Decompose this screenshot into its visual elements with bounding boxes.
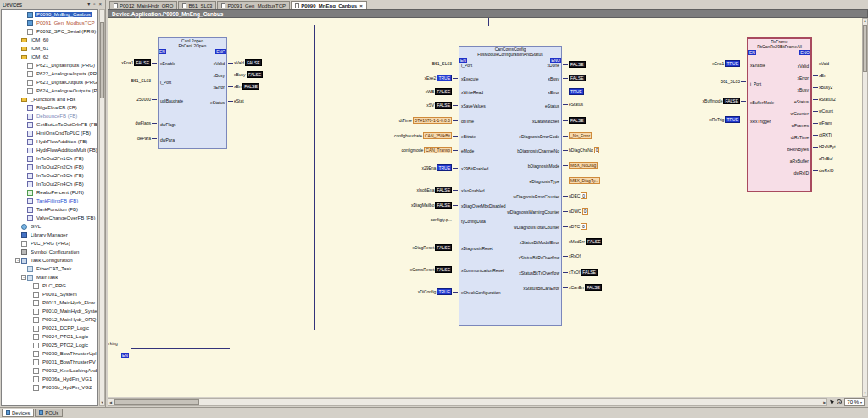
hscroll-track[interactable] [113,399,822,405]
tree-item-symbol-configuration[interactable]: Symbol Configuration [2,248,97,256]
tree-scrollbar-thumb[interactable] [100,22,104,98]
statusbar-tab-pous[interactable]: POUs [35,409,63,417]
tab-b61-sl03[interactable]: B61_SL03 [178,1,216,9]
tree-item-p0090-mneng-canbus[interactable]: P0090_MnEng_Canbus [2,10,97,19]
tree-item-hydrflowaddition-fb[interactable]: HydrFlowAddition (FB) [2,137,97,146]
tree-item-iom-61[interactable]: IOM_61 [2,44,97,53]
input-operand-udibaudrate[interactable]: 250000 [109,97,157,102]
tree-item-p0091-gen-modbustcp[interactable]: P0091_Gen_ModbusTCP [2,19,97,27]
tree-item-p621-digitalinputs-prg[interactable]: P621_DigitalInputs (PRG) [2,61,97,70]
tab-p0090-mneng-canbus[interactable]: P0090_MnEng_Canbus× [291,1,367,9]
input-operand-i-port[interactable]: B61_SL03 [109,78,157,83]
input-operand-xisoenabled[interactable]: xIsobEnaFALSE [331,187,458,193]
input-operand-xenable[interactable]: xEna1TRUE [646,60,746,67]
output-operand-dwrxid[interactable]: dwRxID [813,168,862,173]
input-operand-dwpara[interactable]: dePara [109,136,157,141]
output-operand-xvalid[interactable]: xValdFALSE [228,59,338,66]
statusbar-tab-devices[interactable]: Devices [2,409,34,417]
output-operand-wdiagnosistotalcounter[interactable]: uDTC0 [563,223,673,230]
tree-item-tankfillingfb-fb[interactable]: TankFillingFB (FB) [2,197,97,205]
tree-item-p0011-mainhydr-flow[interactable]: P0011_MainHydr_Flow [2,298,97,307]
output-operand-bdiagnosismode[interactable]: MBX_NoDiag [563,162,673,169]
output-operand-xerror[interactable]: xErrFALSE [228,83,338,90]
input-operand-i-port[interactable]: B61_SL03 [646,79,746,84]
input-operand-xcheckconfiguration[interactable]: xDiConfigTRUE [331,288,458,295]
fbd-block-rxframe[interactable]: RxFrameFbCanRx29BitFrameAllENENOxEnablei… [747,37,812,192]
fbd-block-cancomsconfig[interactable]: CanComsConfigFbsModuleConfigurationAndSt… [459,46,562,326]
close-icon[interactable]: × [359,3,363,8]
horizontal-scrollbar[interactable]: ◀ ▶ [108,398,827,406]
tree-item-ethercat-task[interactable]: EtherCAT_Task [2,265,97,273]
output-operand-xstatusbitmodulerror[interactable]: xModErrFALSE [563,238,673,245]
fbd-block-canl2open[interactable]: CanL2openFbCanL2OpenENENOxEnablei_Portud… [158,37,227,149]
output-operand-xstatusbitrxoverflow[interactable]: xRxOf [563,254,673,259]
input-operand-xcommunicationreset[interactable]: xComsResetFALSE [331,266,458,273]
tree-item-plc-prg[interactable]: PLC_PRG [2,281,97,290]
tree-item-bilgefloatfb-fb[interactable]: BilgeFloatFB (FB) [2,103,97,112]
expander-icon[interactable]: - [21,275,26,280]
tree-item-functions-and-fbs[interactable]: _Functions and FBs [2,95,97,103]
tree-item-iom-62[interactable]: IOM_62 [2,53,97,61]
input-operand-xdiagnosisreset[interactable]: xDiagResetFALSE [331,244,458,251]
input-operand-xrxtrigger[interactable]: xRxTrigTRUE [646,116,746,123]
tree-item-plc-prg-prg[interactable]: PLC_PRG (PRG) [2,239,97,248]
output-operand-xbusy[interactable]: xBusy2 [813,85,862,90]
tree-item-hydrflowadditionmult-fb[interactable]: HydrFlowAdditionMult (FB) [2,146,97,154]
output-operand-estatus[interactable]: eStatus2 [813,97,862,102]
tree-scroll-down-icon[interactable]: ▼ [101,400,104,405]
tree-item-tankfunction-fb[interactable]: TankFunction (FB) [2,205,97,214]
fbd-canvas[interactable]: CanL2openFbCanL2OpenENENOxEnablei_Portud… [108,18,862,397]
input-operand-dwflags[interactable]: dwFlags [109,120,157,125]
zoom-tool-icon[interactable]: + [837,399,842,404]
tree-item-p0092-spc-serial-prg[interactable]: P0092_SPC_Serial (PRG) [2,27,97,36]
output-operand-ediagnosistype[interactable]: MBX_DiagTy... [563,177,673,184]
input-operand-i-port[interactable]: B61_SL03 [331,61,458,66]
output-operand-bdiagnosischannelno[interactable]: bDiagChaNo0 [563,147,673,153]
output-operand-wframes[interactable]: wFram [813,120,862,125]
tree-item-p0010-mainhydr-syste[interactable]: P0010_MainHydr_Syste [2,307,97,315]
tree-item-task-configuration[interactable]: -Task Configuration [2,256,97,265]
panel-menu-icon[interactable]: ▾ [86,2,91,8]
output-operand-ediagnosiserrorcode[interactable]: _No_Error [563,132,673,139]
output-operand-estatus[interactable]: eStat [228,98,338,103]
output-operand-xerror[interactable]: TRUE [563,88,673,95]
hscrollbar-thumb[interactable] [114,399,199,405]
input-operand-xwriteread[interactable]: xWBFALSE [331,88,458,95]
tree-item-intoout2fn4ch-fb[interactable]: InToOut2Fn4Ch (FB) [2,180,97,188]
tree-item-intoout2fn1ch-fb[interactable]: InToOut2Fn1Ch (FB) [2,154,97,163]
output-operand-brxnbytes[interactable]: bRxNByt [813,144,862,149]
tree-item-getbutletooutgrlnfb-fb[interactable]: GetButLeToOutGrlnFB (FB) [2,120,97,129]
tree-item-intoout2fn3ch-fb[interactable]: InToOut2Fn3Ch (FB) [2,171,97,180]
output-operand-wcounter[interactable]: wCount [813,109,862,114]
vertical-scrollbar[interactable]: ▲ ▼ [862,18,868,397]
scroll-up-icon[interactable]: ▲ [864,19,867,24]
input-operand-dttime[interactable]: dtTimeDT#1970-1-1-0:0:0 [331,117,458,124]
tab-p0091-gen-modbustcp[interactable]: P0091_Gen_ModbusTCP [217,1,290,9]
output-operand-wdiagnosiswarningcounter[interactable]: uDWC0 [563,208,673,215]
tab-p0012-mainhydr-orq[interactable]: P0012_MainHydr_ORQ [109,1,177,9]
tree-item-library-manager[interactable]: Library Manager [2,231,97,239]
input-operand-xexecute[interactable]: xExe2TRUE [331,75,458,81]
tree-item-p0030-bowthrusterupl[interactable]: P0030_BowThrusterUpl [2,349,97,358]
output-operand-xstatusbitcanerror[interactable]: xCanErrFALSE [563,284,673,291]
panel-close-icon[interactable]: × [97,2,103,8]
tree-item-p0021-dcpp-logic[interactable]: P0021_DCPP_Logic [2,324,97,332]
input-operand-emode[interactable]: configmodeCAN_Transp [331,147,458,153]
output-operand-xvalid[interactable]: xVald [813,61,862,66]
tree-item-p0036b-hydfin-vg2[interactable]: P0036b_HydFin_VG2 [2,383,97,392]
tree-item-intoout2fn2ch-fb[interactable]: InToOut2Fn2Ch (FB) [2,163,97,171]
output-operand-xbusy[interactable]: xBusyFALSE [228,71,338,78]
scroll-right-icon[interactable]: ▶ [822,400,826,404]
output-operand-xstatusbittxoverflow[interactable]: xTxOfFALSE [563,269,673,276]
tree-scrollbar[interactable]: ▼ [99,9,105,406]
tree-item-hmionscndtoplc-fb[interactable]: HmiOnsCndToPLC (FB) [2,129,97,137]
zoom-level-select[interactable]: 70 % ▾ [844,398,865,406]
output-operand-arxbuffer[interactable]: aRxBuf [813,156,862,161]
scroll-down-icon[interactable]: ▼ [864,391,867,396]
output-operand-dtrxtime[interactable]: dtRXTi [813,132,862,137]
tree-item-p0032-keellockingandl[interactable]: P0032_KeelLockingAndl [2,366,97,375]
cursor-tool-icon[interactable] [830,398,835,404]
device-tree[interactable]: P0090_MnEng_CanbusP0091_Gen_ModbusTCPP00… [1,9,98,406]
output-operand-xerror[interactable]: xErr [813,73,862,78]
tree-item-p0036a-hydfin-vg1[interactable]: P0036a_HydFin_VG1 [2,375,97,383]
